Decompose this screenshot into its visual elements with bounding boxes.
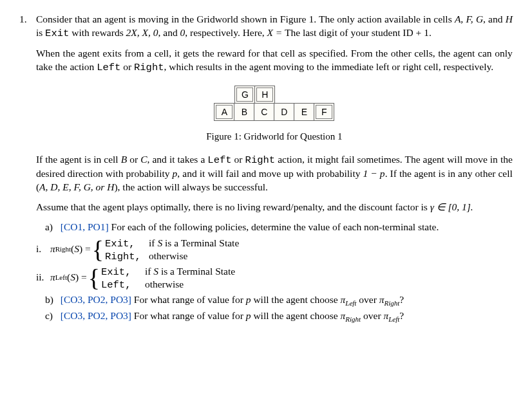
text: , and [158, 27, 180, 38]
case-exit: Exit, [101, 266, 137, 279]
text: will the agent choose [251, 294, 341, 305]
var-p: p [246, 310, 251, 321]
text: over [356, 294, 379, 305]
pi-subscript: Right [55, 244, 71, 254]
text: , respectively. Here, [185, 27, 267, 38]
text: is a Terminal State [158, 266, 235, 277]
text: is [36, 27, 45, 38]
text: ? [399, 310, 404, 321]
co-po-a: [CO1, PO1] [61, 221, 109, 232]
text: , which results in the agent moving to t… [164, 61, 494, 72]
other-cells: A, D, E, F, G, [39, 181, 93, 192]
sub-ii-label: ii. [36, 271, 50, 284]
case-left: Left, [101, 279, 137, 291]
grid-bottom-row: A B C D E F [214, 104, 334, 121]
cond-otherwise: otherwise [145, 278, 184, 291]
part-a-text: For each of the following policies, dete… [109, 221, 439, 232]
text: If the agent is in cell [36, 154, 121, 165]
brace-icon: { [92, 237, 104, 262]
case-lines: Exit,if S is a Terminal State Left,other… [101, 265, 235, 291]
paragraph-3: If the agent is in cell B or C, and it t… [36, 153, 513, 194]
co-po-b: [CO3, PO2, PO3] [61, 294, 131, 305]
intro-paragraph-2: When the agent exits from a cell, it get… [36, 47, 513, 75]
question-container: 1. Consider that an agent is moving in t… [19, 13, 513, 324]
one-minus-p: 1 − p [363, 168, 385, 179]
text: is a Terminal State [162, 237, 239, 248]
text: if [149, 237, 157, 248]
text: or [120, 61, 134, 72]
paragraph-4: Assume that the agent plays optimally, t… [36, 201, 513, 214]
action-exit: Exit [45, 28, 69, 39]
part-a-label: a) [45, 221, 58, 234]
brace-icon: { [88, 266, 100, 290]
part-b: b) [CO3, PO2, PO3] For what range of val… [45, 293, 513, 308]
figure-caption: Figure 1: Gridworld for Question 1 [36, 130, 513, 143]
action-right: Right [134, 62, 164, 73]
pi-right: πRight [379, 294, 400, 305]
cell-f: F [314, 103, 334, 121]
grid-top-row: G H [235, 86, 334, 104]
of-s: (S) = [71, 243, 91, 256]
pi: π [50, 243, 55, 256]
cell-c: C [140, 154, 147, 165]
part-c-label: c) [45, 309, 58, 323]
case-exit: Exit, [105, 237, 141, 250]
text: ? [399, 294, 404, 305]
text: or [232, 154, 245, 165]
var-s: S [153, 266, 158, 277]
action-right: Right [245, 154, 276, 166]
figure-1: G H A B C D E F Figure 1: Gridworld for … [36, 86, 513, 143]
cell-g: G [234, 86, 255, 104]
action-left: Left [97, 62, 120, 73]
intro-paragraph-1: Consider that an agent is moving in the … [36, 13, 513, 41]
text: , and [483, 14, 506, 24]
sub: Right [345, 316, 361, 324]
cell-c: C [254, 103, 274, 121]
text: For what range of value for [131, 294, 246, 305]
cond-otherwise: otherwise [149, 250, 187, 262]
question-body: Consider that an agent is moving in the … [36, 13, 513, 324]
text: if [145, 266, 153, 277]
rewards: 2X, X, 0 [126, 27, 158, 38]
text: , and it will fail and move up with prob… [177, 168, 363, 179]
sub: Left [388, 316, 399, 324]
var-p: p [246, 294, 251, 305]
cases: { Exit,if S is a Terminal State Right,ot… [92, 237, 240, 262]
part-a: a) [CO1, PO1] For each of the following … [45, 221, 513, 234]
text: The last digit of your student ID + 1. [282, 27, 431, 38]
case-line-2: Right,otherwise [105, 250, 239, 262]
sub-i-label: i. [36, 243, 50, 256]
text: ), the action will always be successful. [114, 181, 267, 192]
case-line-2: Left,otherwise [101, 278, 235, 291]
sub: Left [345, 299, 356, 307]
sub: Right [384, 299, 399, 307]
part-b-label: b) [45, 293, 58, 307]
text: over [361, 310, 383, 321]
pi-subscript: Left [55, 273, 67, 282]
text: with rewards [69, 27, 126, 38]
action-left: Left [207, 154, 231, 166]
cond-terminal: if S is a Terminal State [145, 265, 235, 278]
cell-e: E [294, 103, 314, 121]
cell-b: B [234, 103, 254, 121]
cells-afg: A, F, G [455, 14, 483, 24]
policy-left: ii. πLeft(S) = { Exit,if S is a Terminal… [36, 265, 513, 291]
cell-a: A [214, 103, 234, 121]
pi: π [50, 271, 55, 284]
cond-terminal: if S is a Terminal State [149, 237, 239, 250]
question-number: 1. [19, 13, 33, 26]
pi-left: πLeft [383, 310, 399, 321]
var-s: S [157, 237, 162, 248]
cell-d: D [274, 103, 294, 121]
gamma-range: γ ∈ [0, 1]. [430, 201, 473, 212]
text: will the agent choose [251, 310, 341, 321]
x-eq: X = [267, 27, 283, 38]
case-line-1: Exit,if S is a Terminal State [105, 237, 239, 250]
cell-h: H [506, 14, 513, 24]
policy-right: i. πRight(S) = { Exit,if S is a Terminal… [36, 237, 513, 262]
part-c: c) [CO3, PO2, PO3] For what range of val… [45, 309, 513, 324]
text: , and it takes a [147, 154, 208, 165]
or-h: or H [93, 181, 115, 192]
of-s: (S) = [67, 271, 87, 284]
cell-h: H [254, 86, 275, 104]
